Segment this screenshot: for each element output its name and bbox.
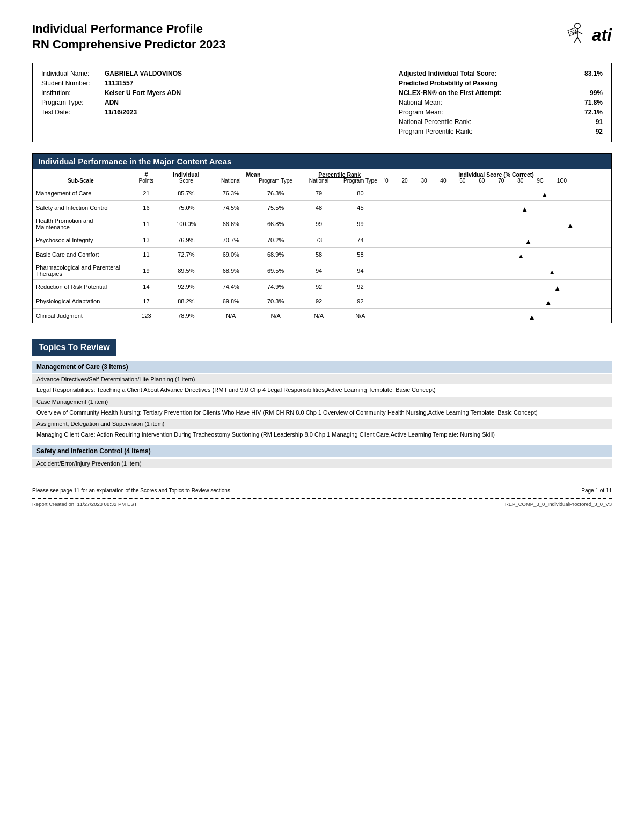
- cell-nat-pct: 99: [298, 215, 339, 233]
- label-nat-mean: National Mean:: [399, 99, 549, 106]
- topic-group-header: Management of Care (3 items): [32, 361, 612, 373]
- cell-prog-pct: 80: [340, 186, 381, 201]
- cell-nat-mean: 74.5%: [209, 201, 253, 215]
- cell-nat-mean: N/A: [209, 309, 253, 323]
- footer-report-created: Report Created on: 11/27/2023 08:32 PM E…: [32, 501, 137, 507]
- table-header-row2: Sub-Scale Points Score National Program …: [33, 178, 611, 186]
- footer-bottom: Report Created on: 11/27/2023 08:32 PM E…: [32, 501, 612, 507]
- svg-line-5: [577, 37, 581, 43]
- cell-ind-score: 89.5%: [164, 262, 208, 280]
- info-row-program: Program Type: ADN: [41, 99, 182, 106]
- info-row-institution: Institution: Keiser U Fort Myers ADN: [41, 89, 182, 97]
- performance-section-title: Individual Performance in the Major Cont…: [33, 154, 611, 169]
- topics-title: Topics To Review: [32, 339, 116, 356]
- value-prog-pct: 92: [596, 128, 603, 135]
- th-score: Score: [164, 178, 208, 186]
- th-points: Points: [129, 178, 164, 186]
- table-row: Clinical Judgment 123 78.9% N/A N/A N/A …: [33, 309, 611, 323]
- cell-nat-mean: 69.8%: [209, 294, 253, 309]
- table-row: Physiological Adaptation 17 88.2% 69.8% …: [33, 294, 611, 309]
- cell-points: 19: [129, 262, 164, 280]
- cell-ind-score: 75.0%: [164, 201, 208, 215]
- cell-bar: ▲: [381, 248, 611, 262]
- cell-prog-pct: 74: [340, 233, 381, 248]
- student-info-box: Individual Name: GABRIELA VALDOVINOS Stu…: [32, 63, 612, 142]
- label-prog-pct: Program Percentile Rank:: [399, 128, 549, 135]
- value-nat-mean: 71.8%: [584, 99, 603, 106]
- topic-sub-header: Case Management (1 item): [32, 397, 612, 407]
- value-prog-mean: 72.1%: [584, 108, 603, 116]
- th-bar: Individual Score (% Correct): [381, 169, 611, 178]
- performance-table-body: Management of Care 21 85.7% 76.3% 76.3% …: [33, 186, 611, 323]
- cell-nat-mean: 76.3%: [209, 186, 253, 201]
- cell-points: 16: [129, 201, 164, 215]
- info-row-prog-pct: Program Percentile Rank: 92: [399, 128, 603, 135]
- cell-points: 14: [129, 280, 164, 294]
- table-row: Basic Care and Comfort 11 72.7% 69.0% 68…: [33, 248, 611, 262]
- topics-section: Topics To Review Management of Care (3 i…: [32, 339, 612, 468]
- cell-bar: ▲: [381, 262, 611, 280]
- cell-bar: ▲: [381, 294, 611, 309]
- cell-points: 13: [129, 233, 164, 248]
- topic-detail: Managing Client Care: Action Requiring I…: [32, 430, 612, 441]
- cell-nat-pct: 92: [298, 280, 339, 294]
- cell-ind-score: 92.9%: [164, 280, 208, 294]
- th-mean: Mean: [209, 169, 298, 178]
- cell-points: 11: [129, 248, 164, 262]
- table-row: Reduction of Risk Potential 14 92.9% 74.…: [33, 280, 611, 294]
- th-nat-pct: National: [298, 178, 339, 186]
- info-row-student: Student Number: 11131557: [41, 79, 182, 87]
- cell-prog-pct: 58: [340, 248, 381, 262]
- cell-prog-mean: 70.2%: [253, 233, 298, 248]
- th-prog-pct: Program Type: [340, 178, 381, 186]
- th-subscale: Sub-Scale: [33, 178, 129, 186]
- cell-prog-mean: 70.3%: [253, 294, 298, 309]
- cell-bar: ▲: [381, 309, 611, 323]
- cell-prog-mean: 74.9%: [253, 280, 298, 294]
- cell-subscale: Physiological Adaptation: [33, 294, 129, 309]
- topic-detail: Overview of Community Health Nursing: Te…: [32, 408, 612, 419]
- topic-sub-header: Advance Directives/Self-Determination/Li…: [32, 374, 612, 384]
- value-nclex: 99%: [590, 89, 603, 97]
- cell-points: 11: [129, 215, 164, 233]
- value-program: ADN: [105, 99, 119, 106]
- topic-group-header: Safety and Infection Control (4 items): [32, 445, 612, 457]
- info-row-name: Individual Name: GABRIELA VALDOVINOS: [41, 70, 182, 77]
- th-individual: Individual: [164, 169, 208, 178]
- footer-note: Please see page 11 for an explanation of…: [32, 484, 612, 494]
- cell-bar: ▲: [381, 186, 611, 201]
- cell-ind-score: 72.7%: [164, 248, 208, 262]
- label-name: Individual Name:: [41, 70, 100, 77]
- title-line2: RN Comprehensive Predictor 2023: [32, 37, 226, 53]
- cell-subscale: Health Promotion and Maintenance: [33, 215, 129, 233]
- student-info-left: Individual Name: GABRIELA VALDOVINOS Stu…: [41, 70, 182, 135]
- cell-nat-pct: 79: [298, 186, 339, 201]
- cell-bar: ▲: [381, 201, 611, 215]
- performance-section: Individual Performance in the Major Cont…: [32, 153, 612, 323]
- svg-point-0: [574, 23, 580, 29]
- info-row-nclex: NCLEX-RN® on the First Attempt: 99%: [399, 89, 603, 97]
- th-subscale-blank: [33, 169, 129, 178]
- cell-prog-mean: 66.8%: [253, 215, 298, 233]
- topic-group: Management of Care (3 items)Advance Dire…: [32, 361, 612, 441]
- info-row-predicted: Predicted Probability of Passing: [399, 79, 603, 87]
- performance-table: # Individual Mean Percentile Rank Indivi…: [33, 169, 611, 323]
- cell-nat-pct: 94: [298, 262, 339, 280]
- info-row-prog-mean: Program Mean: 72.1%: [399, 108, 603, 116]
- cell-prog-pct: 45: [340, 201, 381, 215]
- topic-sub-header: Accident/Error/Injury Prevention (1 item…: [32, 459, 612, 468]
- title-line1: Individual Performance Profile: [32, 21, 226, 37]
- table-header-row1: # Individual Mean Percentile Rank Indivi…: [33, 169, 611, 178]
- label-program: Program Type:: [41, 99, 100, 106]
- cell-ind-score: 100.0%: [164, 215, 208, 233]
- cell-points: 17: [129, 294, 164, 309]
- cell-prog-pct: 94: [340, 262, 381, 280]
- cell-subscale: Reduction of Risk Potential: [33, 280, 129, 294]
- topic-detail: Legal Responsibilities: Teaching a Clien…: [32, 385, 612, 396]
- cell-prog-mean: 75.5%: [253, 201, 298, 215]
- th-prog-mean: Program Type: [253, 178, 298, 186]
- cell-nat-pct: 48: [298, 201, 339, 215]
- cell-prog-mean: 76.3%: [253, 186, 298, 201]
- ati-logo-icon: [557, 21, 589, 48]
- info-row-nat-mean: National Mean: 71.8%: [399, 99, 603, 106]
